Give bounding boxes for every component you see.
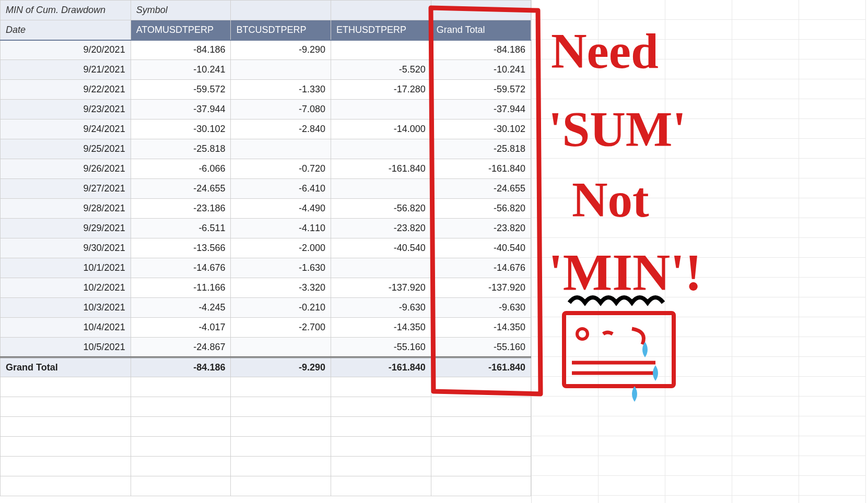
blank-cell[interactable] — [665, 119, 732, 139]
blank-cell[interactable] — [532, 357, 599, 377]
blank-cell[interactable] — [532, 99, 599, 119]
blank-cell[interactable] — [732, 456, 799, 476]
pivot-data-row[interactable]: 9/28/2021-23.186-4.490-56.820-56.820 — [1, 199, 531, 219]
blank-cell[interactable] — [799, 99, 866, 119]
pivot-date-cell[interactable]: 9/21/2021 — [1, 60, 131, 80]
blank-cell[interactable] — [732, 119, 799, 139]
pivot-value-cell[interactable]: -161.840 — [431, 159, 531, 179]
pivot-date-label[interactable]: Date — [1, 20, 131, 40]
blank-cell[interactable] — [665, 0, 732, 20]
blank-cell[interactable] — [532, 218, 599, 238]
blank-cell[interactable] — [665, 99, 732, 119]
pivot-corner-label[interactable]: MIN of Cum. Drawdown — [1, 1, 131, 20]
blank-cell[interactable] — [665, 59, 732, 79]
blank-cell[interactable] — [599, 20, 665, 40]
blank-cell[interactable] — [665, 198, 732, 218]
blank-cell[interactable] — [732, 337, 799, 357]
pivot-value-cell[interactable]: -37.944 — [431, 100, 531, 119]
pivot-value-cell[interactable]: -59.572 — [131, 80, 231, 100]
pivot-col-header[interactable]: ATOMUSDTPERP — [131, 20, 231, 40]
blank-cell[interactable] — [732, 377, 799, 397]
blank-cell[interactable] — [599, 436, 665, 456]
pivot-value-cell[interactable]: -23.820 — [431, 219, 531, 238]
blank-cell[interactable] — [799, 377, 866, 397]
pivot-value-cell[interactable]: -4.110 — [231, 219, 331, 238]
blank-cell[interactable] — [599, 79, 665, 99]
pivot-value-cell[interactable]: -14.000 — [331, 119, 431, 139]
pivot-grand-total-cell[interactable]: -9.290 — [231, 357, 331, 377]
blank-cell[interactable] — [532, 416, 599, 436]
pivot-value-cell[interactable]: -137.920 — [431, 278, 531, 298]
blank-cell[interactable] — [665, 436, 732, 456]
blank-cell[interactable] — [599, 476, 665, 496]
blank-cell[interactable] — [599, 397, 665, 416]
blank-cell[interactable] — [799, 0, 866, 20]
pivot-header-blank[interactable] — [331, 1, 431, 20]
blank-cell[interactable] — [799, 357, 866, 377]
blank-cell[interactable] — [599, 159, 665, 178]
blank-cell[interactable] — [532, 278, 599, 297]
blank-cell[interactable] — [599, 258, 665, 278]
blank-cell[interactable] — [799, 20, 866, 40]
pivot-value-cell[interactable]: -30.102 — [131, 119, 231, 139]
pivot-value-cell[interactable]: -5.520 — [331, 60, 431, 80]
blank-cell[interactable] — [532, 79, 599, 99]
blank-cell[interactable] — [732, 178, 799, 198]
blank-cell[interactable] — [665, 297, 732, 317]
pivot-value-cell[interactable]: -59.572 — [431, 80, 531, 100]
pivot-value-cell[interactable]: -30.102 — [431, 119, 531, 139]
pivot-value-cell[interactable]: -0.210 — [231, 298, 331, 318]
blank-cell[interactable] — [599, 59, 665, 79]
blank-cell[interactable] — [799, 79, 866, 99]
blank-cell[interactable] — [732, 99, 799, 119]
blank-cell[interactable] — [799, 496, 866, 503]
pivot-date-cell[interactable]: 9/24/2021 — [1, 119, 131, 139]
blank-cell[interactable] — [532, 476, 599, 496]
blank-cell[interactable] — [532, 238, 599, 258]
pivot-value-cell[interactable]: -25.818 — [131, 139, 231, 159]
pivot-grand-total-cell[interactable]: -161.840 — [331, 357, 431, 377]
pivot-value-cell[interactable]: -4.490 — [231, 199, 331, 219]
pivot-data-row[interactable]: 9/25/2021-25.818-25.818 — [1, 139, 531, 159]
pivot-value-cell[interactable]: -9.630 — [431, 298, 531, 318]
blank-cell[interactable] — [532, 178, 599, 198]
pivot-value-cell[interactable] — [331, 179, 431, 199]
pivot-value-cell[interactable]: -24.655 — [131, 179, 231, 199]
blank-cell[interactable] — [532, 20, 599, 40]
blank-cell[interactable] — [665, 357, 732, 377]
pivot-value-cell[interactable]: -137.920 — [331, 278, 431, 298]
blank-cell[interactable] — [532, 139, 599, 159]
pivot-date-cell[interactable]: 10/2/2021 — [1, 278, 131, 298]
blank-cell[interactable] — [665, 476, 732, 496]
blank-cell[interactable] — [732, 218, 799, 238]
blank-cell[interactable] — [732, 0, 799, 20]
pivot-date-cell[interactable]: 9/23/2021 — [1, 100, 131, 119]
blank-cell[interactable] — [799, 337, 866, 357]
blank-cell[interactable] — [665, 496, 732, 503]
pivot-value-cell[interactable]: -55.160 — [431, 338, 531, 357]
blank-cell[interactable] — [799, 159, 866, 178]
pivot-value-cell[interactable]: -2.700 — [231, 318, 331, 338]
blank-cell[interactable] — [665, 456, 732, 476]
pivot-value-cell[interactable]: -10.241 — [131, 60, 231, 80]
blank-cell[interactable] — [532, 198, 599, 218]
pivot-data-row[interactable]: 9/20/2021-84.186-9.290-84.186 — [1, 40, 531, 60]
pivot-date-cell[interactable]: 9/28/2021 — [1, 199, 131, 219]
blank-cell[interactable] — [732, 317, 799, 337]
pivot-value-cell[interactable]: -11.166 — [131, 278, 231, 298]
pivot-grand-total-row[interactable]: Grand Total -84.186 -9.290 -161.840 -161… — [1, 357, 531, 377]
blank-cell[interactable] — [599, 178, 665, 198]
blank-cell[interactable] — [532, 436, 599, 456]
pivot-value-cell[interactable]: -14.676 — [431, 258, 531, 278]
blank-cell[interactable] — [732, 40, 799, 59]
blank-cell[interactable] — [665, 218, 732, 238]
pivot-value-cell[interactable]: -24.655 — [431, 179, 531, 199]
blank-cell[interactable] — [732, 258, 799, 278]
blank-cell[interactable] — [599, 278, 665, 297]
blank-cell[interactable] — [665, 139, 732, 159]
pivot-value-cell[interactable]: -84.186 — [431, 40, 531, 60]
blank-cell[interactable] — [799, 456, 866, 476]
pivot-value-cell[interactable]: -3.320 — [231, 278, 331, 298]
blank-cell[interactable] — [799, 297, 866, 317]
blank-cell[interactable] — [665, 337, 732, 357]
